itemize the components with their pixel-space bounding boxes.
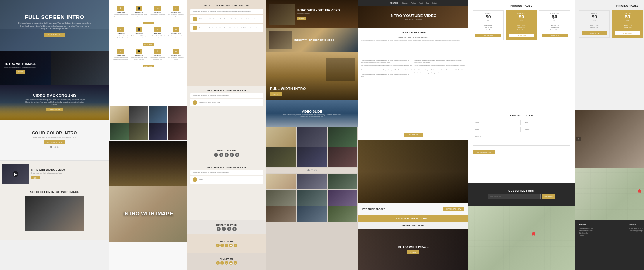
photo-grid2-item-5 [297,190,327,206]
col4-dot-1[interactable] [307,169,310,171]
col5-intro-block-title: INTRO WITH IMAGE [398,245,429,249]
form-subject-input[interactable] [523,127,571,132]
dot-nav-1[interactable] [50,146,52,148]
follow-icon-fb-2[interactable]: f [216,261,220,265]
article-footer-button[interactable]: READ MORE [404,133,422,137]
col4-dot-3[interactable] [314,169,317,171]
site-logo: MCBRIDE [390,2,398,4]
col4-youtube-button[interactable]: INTRO [297,17,306,20]
col5-intro-block-button[interactable]: INTRO [407,250,419,254]
form-name-input[interactable] [473,120,521,125]
follow-icon-gp[interactable]: g [225,244,228,247]
col2-intro-image-overlay: INTRO WITH IMAGE [109,186,187,242]
price-btn-standard-1[interactable]: ORDER NOW [509,34,535,37]
slider-prev-button[interactable]: ‹ [576,137,581,141]
address-block-1: Address: Street Address Line 1 Street Ad… [579,223,626,267]
feature-icon-unlimited-3: ∞ [173,49,179,54]
pricing-table-2: PRICING TABLE Starter $0 /mo Feature One… [575,0,644,110]
full-width-button[interactable]: INTRO [270,92,282,96]
nav-portfolio[interactable]: Portfolio [411,2,416,4]
address-title-2: Contact: [629,223,644,226]
price-card-starter-1: Starter $0 /mo Feature One Feature Two F… [473,10,504,40]
photo-grid-large [266,173,358,223]
premade-button[interactable]: DOWNLOAD NOW [443,207,464,211]
form-email-input[interactable] [523,120,571,125]
follow-icon-fb[interactable]: f [216,244,220,247]
col4-nav-dots [266,168,358,173]
features-button-2[interactable]: LEARN MORE [143,43,154,46]
video-background-section: VIDEO BACKGROUND Add a responsive video … [0,85,109,120]
share-icon-pi-2[interactable]: p [232,227,237,231]
price-feat-std2-2: Feature Two [615,27,640,28]
price-feat-3: Feature Three [475,29,501,31]
fullscreen-intro-button[interactable]: LEARN MORE [44,33,65,37]
contact-form-submit[interactable]: SEND MESSAGE [473,150,495,154]
price-feat-std2-1: Feature One [615,24,640,26]
video-slide-section: VIDEO SLIDE Slide with youtube provided … [266,100,358,127]
subscribe-email-input[interactable] [488,194,541,199]
features-button-3[interactable]: LEARN MORE [143,65,154,67]
follow-icon-pi-2[interactable]: p [234,261,237,265]
form-row-1 [473,120,570,125]
nav-blog[interactable]: Blog [426,2,429,4]
nav-about[interactable]: About [419,2,423,4]
follow-icon-gp-2[interactable]: g [225,261,228,265]
trendy-blocks-section: TRENDY WEBSITE BLOCKS [358,215,468,222]
photo-grid2-item-4 [266,190,296,206]
col4-youtube-thumbnail [269,4,295,25]
follow-icon-tw[interactable]: t [220,244,224,247]
share-icon-facebook[interactable]: f [214,153,218,157]
price-btn-standard-2[interactable]: ORDER NOW [615,31,640,35]
solid-color-intro-section: SOLID COLOR INTRO Short intro text here … [0,120,109,161]
share-icon-gp-2[interactable]: g [227,227,231,231]
price-period-unlimited-1: /mo [542,19,568,21]
share-icon-google[interactable]: g [225,153,229,157]
photo-grid-item-4 [266,147,296,167]
nav-contact[interactable]: Contact [431,2,436,4]
address-phone: Phone: +1 234 567 89 [629,227,644,230]
follow-icon-yt[interactable]: ▶ [229,244,233,247]
follow-title-2: FOLLOW US [220,258,234,260]
follow-icon-pi[interactable]: p [234,244,237,247]
intro-image-title: INTRO WITH IMAGE [4,62,37,66]
share-icon-pinterest[interactable]: p [230,153,234,157]
col4-dot-2[interactable] [311,169,313,171]
dot-nav-2[interactable] [54,146,56,148]
share-icon-fb-2[interactable]: f [217,227,221,231]
col6-right-bottom: IMAGE SLIDER ‹ › Address: Street Address… [575,110,644,270]
article-footer: READ MORE [358,129,468,140]
share-icon-twitter[interactable]: t [219,153,223,157]
dot-nav-3[interactable] [57,146,59,148]
share-section-2: SHARE THIS PAGE! f t g p [187,220,266,235]
col4-youtube-sub: Short intro text here. [297,13,355,15]
follow-icon-yt-2[interactable]: ▶ [229,261,233,265]
form-message-input[interactable] [473,134,570,146]
follow-icon-tw-2[interactable]: t [220,261,224,265]
photo-grid-item-1 [266,127,296,147]
video-bg-button[interactable]: LEARN MORE [46,108,64,111]
feature-desc-5: Bootstrap, the world's most popular fron… [113,35,129,38]
price-btn-starter-1[interactable]: ORDER NOW [475,34,501,37]
features-section: 🖥 Bootstrap 3 Bootstrap, the world's mos… [109,0,187,106]
price-btn-starter-2[interactable]: ORDER NOW [582,31,607,35]
col5-intro-youtube-section: INTRO YOUTUBE VIDEO Short text for intro… [358,6,468,28]
price-feat-unl-3: Feature Three [542,29,568,31]
feature-icon-mobile-3: 📱 [136,49,142,54]
intro-image-button[interactable]: INTRO [16,70,25,74]
feature-desc-10: The template and all its pages are fully… [131,57,147,60]
share-icon-linkedin[interactable]: in [235,153,239,157]
testimonial-item-1: The best way I can describe this theme i… [190,9,263,14]
subscribe-button[interactable]: SUBSCRIBE [542,194,555,199]
testimonial-3-text-1: The best way I can describe this theme i… [193,172,229,173]
share-icon-tw-2[interactable]: t [222,227,226,231]
youtube-thumb-button[interactable]: INTRO [31,176,40,179]
address-email: Email: mail@example.com [629,230,644,232]
form-phone-input[interactable] [473,127,521,132]
share-icons-1: f t g p in [214,153,239,157]
features-button-1[interactable]: LEARN MORE [143,22,154,24]
solid-color-button[interactable]: DOWNLOAD NOW [44,140,65,144]
photo-grid2-item-7 [266,206,296,222]
nav-strategy[interactable]: Strategy [402,2,408,4]
price-amount-unlimited-1: $0 [542,15,568,19]
price-btn-unlimited-1[interactable]: ORDER NOW [542,34,568,37]
